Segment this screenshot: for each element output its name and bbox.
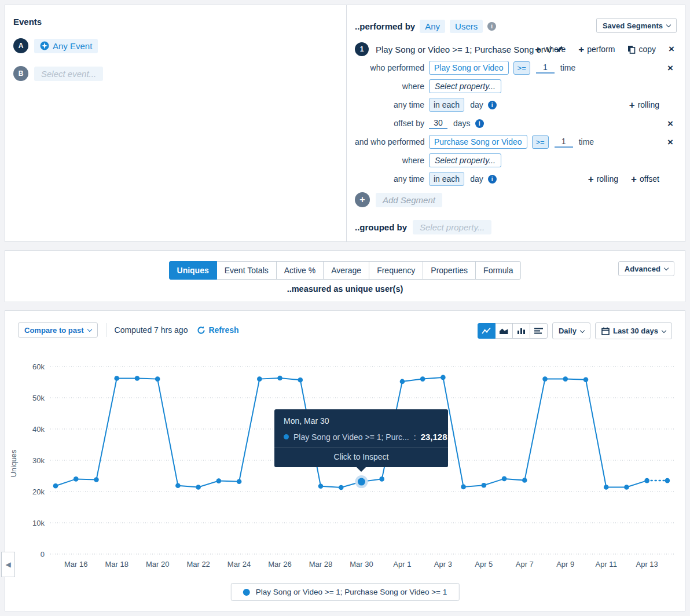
compare-label: Compare to past <box>24 326 84 335</box>
measured-as-label: ..measured as unique user(s) <box>5 284 685 294</box>
tab-frequency[interactable]: Frequency <box>369 261 423 280</box>
horizontal-bars-icon <box>534 327 544 335</box>
legend-dot-icon <box>243 589 250 596</box>
grouped-by-row: ..grouped by Select property... <box>355 218 491 236</box>
measure-tabs: Uniques Event Totals Active % Average Fr… <box>5 261 685 280</box>
offset-label: offset <box>640 174 659 184</box>
svg-text:60k: 60k <box>32 362 45 371</box>
grouped-by-property-input[interactable]: Select property... <box>413 220 491 234</box>
area-chart-icon <box>499 327 509 335</box>
interval-dropdown[interactable]: Daily <box>552 322 590 339</box>
svg-text:Apr 1: Apr 1 <box>393 560 411 569</box>
event-row-a: A Any Event <box>13 37 103 54</box>
interval-label: Daily <box>559 327 577 335</box>
close-icon[interactable]: × <box>669 43 674 55</box>
segment-number-badge: 1 <box>355 42 369 56</box>
info-icon: i <box>488 101 497 109</box>
segment-title-row: 1 Play Song or Video >= 1; Purchase Song… <box>355 40 685 58</box>
add-rolling-button[interactable]: + rolling <box>588 174 618 184</box>
period-label: day <box>470 174 483 184</box>
unit-label: time <box>579 137 594 146</box>
tab-active-pct[interactable]: Active % <box>276 261 324 280</box>
and-who-performed-row: and who performed Purchase Song or Video… <box>355 133 685 151</box>
saved-segments-label: Saved Segments <box>603 21 663 30</box>
saved-segments-button[interactable]: Saved Segments <box>596 18 677 33</box>
series-dot-icon <box>284 434 289 439</box>
advanced-button[interactable]: Advanced <box>618 261 674 276</box>
chevron-down-icon <box>662 328 666 332</box>
compare-to-past-button[interactable]: Compare to past <box>18 322 98 338</box>
rolling-label: rolling <box>597 174 618 184</box>
svg-text:30k: 30k <box>32 456 45 465</box>
svg-text:Mar 20: Mar 20 <box>146 560 169 569</box>
offset-input[interactable]: 30 <box>429 118 447 129</box>
select-property-input[interactable]: Select property... <box>429 153 501 167</box>
svg-text:0: 0 <box>41 550 45 559</box>
line-chart-icon <box>482 327 491 335</box>
date-range-dropdown[interactable]: Last 30 days <box>595 322 672 339</box>
refresh-button[interactable]: Refresh <box>197 325 238 335</box>
add-segment-button[interactable]: Add Segment <box>376 193 442 207</box>
measure-panel: Uniques Event Totals Active % Average Fr… <box>5 250 685 302</box>
copy-segment-button[interactable]: copy <box>627 45 656 54</box>
operator-chip[interactable]: >= <box>532 135 549 149</box>
tooltip-series-row: Play Song or Video >= 1; Purc... : 23,12… <box>284 432 439 442</box>
operator-chip[interactable]: >= <box>513 61 530 75</box>
where-label: where <box>355 82 424 91</box>
where-row: where Select property... <box>355 77 685 96</box>
chart-legend[interactable]: Play Song or Video >= 1; Purchase Song o… <box>231 583 460 601</box>
tab-average[interactable]: Average <box>323 261 369 280</box>
any-selector[interactable]: Any <box>420 20 445 33</box>
add-offset-button[interactable]: + offset <box>631 174 659 184</box>
close-icon[interactable]: × <box>667 63 673 73</box>
line-chart-button[interactable] <box>478 323 496 339</box>
users-selector[interactable]: Users <box>450 20 483 33</box>
tooltip-colon: : <box>414 432 416 442</box>
bar-chart-button[interactable] <box>512 323 530 339</box>
close-icon[interactable]: × <box>667 119 673 129</box>
panel-divider <box>346 5 347 241</box>
any-event-icon <box>40 41 49 50</box>
any-event-label: Any Event <box>53 41 92 51</box>
collapse-panel-button[interactable]: ◀ <box>1 552 15 577</box>
svg-text:Apr 9: Apr 9 <box>556 560 574 569</box>
in-each-chip[interactable]: in each <box>429 98 464 112</box>
svg-text:Mar 26: Mar 26 <box>268 560 291 569</box>
in-each-chip[interactable]: in each <box>429 172 464 186</box>
area-chart-button[interactable] <box>495 323 513 339</box>
count-input[interactable]: 1 <box>536 63 555 74</box>
select-event-input[interactable]: Select event... <box>34 67 103 81</box>
where-row: where Select property... <box>355 151 685 170</box>
select-property-input[interactable]: Select property... <box>429 79 501 93</box>
tooltip-series-label: Play Song or Video >= 1; Purc... <box>293 432 409 442</box>
event-select-chip[interactable]: Purchase Song or Video <box>429 135 527 149</box>
offset-unit-label: days <box>453 119 471 128</box>
count-input[interactable]: 1 <box>555 137 573 148</box>
svg-text:10k: 10k <box>32 519 45 527</box>
event-select-chip[interactable]: Play Song or Video <box>429 61 509 75</box>
plus-icon: + <box>629 100 635 110</box>
plus-icon: + <box>535 45 541 54</box>
click-to-inspect-button[interactable]: Click to Inspect <box>274 448 448 465</box>
tab-formula[interactable]: Formula <box>475 261 521 280</box>
any-event-chip[interactable]: Any Event <box>34 39 98 53</box>
svg-text:Mar 16: Mar 16 <box>64 560 87 569</box>
horizontal-bars-button[interactable] <box>530 323 548 339</box>
add-where-button[interactable]: + where <box>535 45 566 54</box>
tab-properties[interactable]: Properties <box>423 261 476 280</box>
chart-tooltip: Mon, Mar 30 Play Song or Video >= 1; Pur… <box>274 409 448 467</box>
close-icon[interactable]: × <box>667 137 673 147</box>
svg-text:40k: 40k <box>32 425 45 434</box>
svg-text:Apr 11: Apr 11 <box>596 560 617 569</box>
computed-timestamp: Computed 7 hrs ago <box>115 325 188 335</box>
tab-event-totals[interactable]: Event Totals <box>216 261 277 280</box>
anytime-row: any time in each day i + rolling + offse… <box>355 170 685 188</box>
unit-label: time <box>560 63 575 72</box>
event-row-b: B Select event... <box>13 65 103 82</box>
add-rolling-button[interactable]: + rolling <box>629 100 659 110</box>
calendar-icon <box>601 327 610 335</box>
add-perform-button[interactable]: + perform <box>578 45 615 54</box>
svg-text:Apr 3: Apr 3 <box>434 560 452 569</box>
add-segment-plus-icon[interactable]: + <box>355 192 370 207</box>
tab-uniques[interactable]: Uniques <box>169 261 217 280</box>
